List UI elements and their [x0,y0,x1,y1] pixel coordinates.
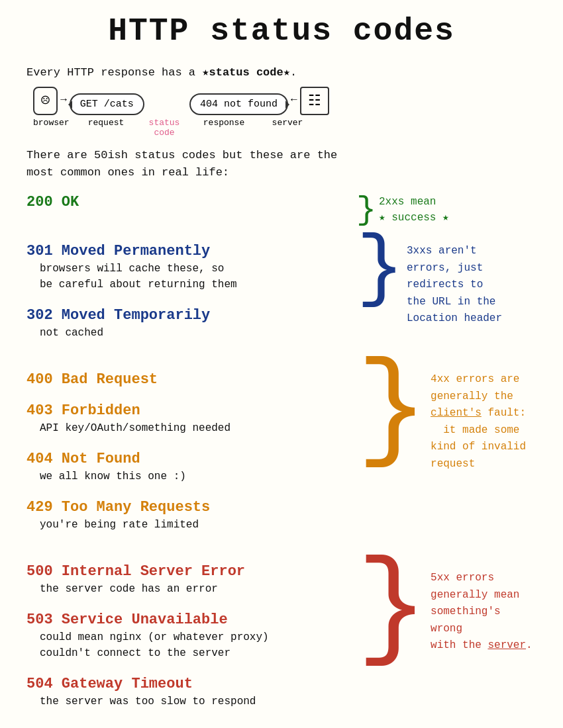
intro-line1: Every HTTP response has a ★status code★. [26,65,537,79]
code-404: 404 Not Found [26,451,351,467]
sub-429-1: you're being rate limited [40,517,351,533]
server-label: server [268,118,307,128]
codes-4xx: 400 Bad Request 403 Forbidden API key/OA… [26,371,351,547]
status-group-503: 503 Service Unavailable could mean nginx… [26,612,351,661]
sub-302-1: not cached [40,325,351,341]
note-5xx-text: 5xx errorsgenerally meansomething's wron… [431,570,537,655]
sub-404-1: we all know this one :) [40,469,351,484]
clients-fault-text: client's [431,407,482,419]
note-2xx: } 2xxs mean★ success ★ [351,194,537,227]
description-line2: most common ones in real life: [26,166,229,179]
code-504: 504 Gateway Timeout [26,676,351,692]
codes-2xx: 200 OK [26,194,351,225]
browser-face-icon: ☹ [41,92,50,110]
note-3xx: } 3xxs aren'terrors, justredirects tothe… [351,243,537,328]
section-2xx: 200 OK } 2xxs mean★ success ★ [26,194,537,227]
status-group-301: 301 Moved Permanently browsers will cach… [26,243,351,293]
status-group-404: 404 Not Found we all know this one :) [26,451,351,484]
sub-301-2: be careful about returning them [40,277,351,293]
status-label-text: statuscode [149,118,180,138]
codes-3xx: 301 Moved Permanently browsers will cach… [26,243,351,355]
description-line1: There are 50ish status codes but these a… [26,149,337,161]
brace-5xx-icon: } [356,550,428,669]
server-underline: server [487,639,526,651]
note-4xx-text: 4xx errors aregenerally theclient's faul… [431,371,526,473]
response-label: response [191,118,257,128]
brace-4xx-icon: } [356,351,428,471]
code-302: 302 Moved Temporarily [26,307,351,324]
note-4xx: } 4xx errors aregenerally theclient's fa… [351,371,537,473]
request-label: request [77,118,135,128]
server-box: ☷ [300,87,329,115]
section-4xx: 400 Bad Request 403 Forbidden API key/OA… [26,371,537,547]
status-group-504: 504 Gateway Timeout the server was too s… [26,676,351,709]
sub-503-1: could mean nginx (or whatever proxy) [40,629,351,645]
sub-503-2: couldn't connect to the server [40,645,351,661]
note-2xx-text: 2xxs mean★ success ★ [379,194,449,226]
code-500: 500 Internal Server Error [26,563,351,580]
section-3xx: 301 Moved Permanently browsers will cach… [26,243,537,355]
description-text: There are 50ish status codes but these a… [26,147,537,181]
request-bubble: GET /cats [70,93,144,115]
response-bubble: 404 not found [189,93,288,115]
browser-label: browser [33,118,66,128]
sub-301-1: browsers will cache these, so [40,261,351,277]
brace-3xx-icon: } [356,230,404,309]
status-group-403: 403 Forbidden API key/OAuth/something ne… [26,402,351,436]
codes-5xx: 500 Internal Server Error the server cod… [26,563,351,724]
status-group-500: 500 Internal Server Error the server cod… [26,563,351,597]
http-diagram: ☹ → GET /cats 404 not found ← ☷ [33,87,537,115]
code-200: 200 OK [26,194,351,210]
sub-500-1: the server code has an error [40,581,351,597]
browser-box: ☹ [33,87,58,115]
sub-403-1: API key/OAuth/something needed [40,420,351,436]
status-group-200: 200 OK [26,194,351,210]
status-code-label: statuscode [138,118,191,138]
note-3xx-text: 3xxs aren'terrors, justredirects tothe U… [407,243,502,328]
sub-504-1: the server was too slow to respond [40,694,351,709]
status-group-302: 302 Moved Temporarily not cached [26,307,351,341]
server-face-icon: ☷ [308,92,321,110]
brace-2xx-icon: } [356,194,376,227]
page-title: HTTP status codes [26,13,537,49]
status-group-429: 429 Too Many Requests you're being rate … [26,499,351,533]
note-5xx: } 5xx errorsgenerally meansomething's wr… [351,563,537,669]
code-429: 429 Too Many Requests [26,499,351,516]
code-503: 503 Service Unavailable [26,612,351,628]
code-400: 400 Bad Request [26,371,351,388]
code-403: 403 Forbidden [26,402,351,419]
section-5xx: 500 Internal Server Error the server cod… [26,563,537,724]
status-group-400: 400 Bad Request [26,371,351,388]
code-301: 301 Moved Permanently [26,243,351,259]
